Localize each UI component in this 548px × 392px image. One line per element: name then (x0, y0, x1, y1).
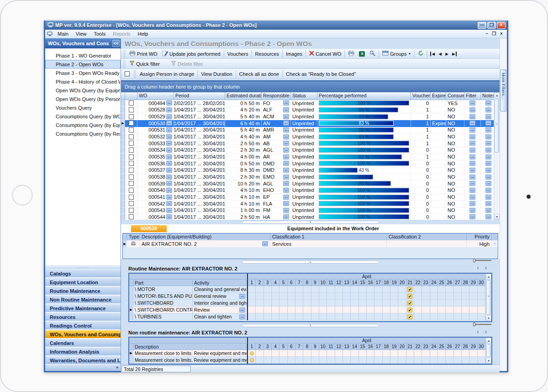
column-header[interactable]: Filter (464, 92, 481, 100)
calendar-row[interactable]: ▶Measurement close to limits. Review equ… (129, 350, 485, 357)
day-cell[interactable] (438, 357, 446, 364)
day-cell[interactable] (343, 313, 351, 320)
day-cell[interactable] (335, 293, 343, 300)
ellipsis-button[interactable]: ... (283, 101, 289, 106)
day-cell[interactable] (438, 313, 446, 320)
menu-reports[interactable]: Reports (109, 30, 134, 38)
table-row[interactable]: 000532...01/04/2017 ... 30/04/20174 h 40… (121, 133, 494, 140)
day-cell[interactable] (469, 300, 477, 307)
ellipsis-button[interactable]: ... (283, 154, 289, 159)
calendar-row[interactable]: \ SWITCHBOARDInterior cleaning and tight… (129, 300, 485, 307)
ellipsis-button[interactable]: ... (469, 195, 475, 200)
ellipsis-button[interactable]: ... (166, 134, 172, 139)
day-cell[interactable] (264, 350, 272, 357)
day-header[interactable]: 28 (462, 280, 469, 286)
ellipsis-button[interactable]: ... (469, 114, 475, 119)
ellipsis-button[interactable]: ... (485, 214, 491, 219)
day-header[interactable]: 2 (256, 344, 263, 350)
day-cell[interactable] (295, 307, 303, 313)
day-cell[interactable] (383, 286, 390, 293)
day-cell[interactable]: ✔ (406, 293, 414, 300)
child-minimize-button[interactable]: – (483, 30, 490, 37)
day-cell[interactable] (288, 357, 295, 364)
nonroutine-scrollbar[interactable]: ▲ ▼ (485, 338, 491, 364)
day-cell[interactable] (351, 300, 358, 307)
assign-person-button[interactable]: Assign Person in charge (137, 69, 196, 79)
ellipsis-button[interactable]: ... (469, 161, 475, 166)
ellipsis-button[interactable]: ... (283, 181, 289, 186)
ellipsis-button[interactable]: ... (283, 134, 289, 139)
group-by-bar[interactable]: Drag a column header here to group by th… (121, 81, 500, 92)
row-checkbox[interactable] (129, 107, 134, 112)
day-header[interactable]: 29 (469, 344, 477, 350)
sidebar-section[interactable]: Predictive Maintenance (45, 304, 121, 313)
day-header[interactable]: 20 (398, 280, 406, 286)
day-cell[interactable] (311, 293, 319, 300)
day-header[interactable]: 8 (303, 344, 311, 350)
table-row[interactable]: 000539...01/04/2017 ... 30/04/201710 h 2… (121, 180, 494, 187)
day-cell[interactable] (383, 300, 390, 307)
ellipsis-button[interactable]: ... (485, 134, 491, 139)
ellipsis-button[interactable]: ... (166, 201, 172, 206)
ellipsis-button[interactable]: ... (485, 114, 491, 119)
quick-filter-button[interactable]: Quick filter (127, 59, 162, 69)
day-cell[interactable] (359, 286, 367, 293)
table-row[interactable]: 000541...01/04/2017 ... 30/04/20174 h 10… (121, 194, 494, 201)
day-cell[interactable] (446, 350, 453, 357)
day-cell[interactable] (422, 300, 430, 307)
day-cell[interactable] (319, 313, 327, 320)
table-row[interactable]: 000529...01/04/2017 ... 30/04/20175 h 40… (121, 113, 494, 120)
day-cell[interactable] (343, 293, 351, 300)
search-button[interactable] (367, 49, 378, 58)
splitter[interactable]: ▴ (121, 259, 500, 265)
calendar-row[interactable]: \ TURBINESClean and tighten...✔ (129, 313, 485, 320)
day-header[interactable]: 17 (374, 280, 382, 286)
day-header[interactable]: 2 (256, 280, 263, 286)
calendar-row[interactable]: ▶\ SWITCHBOARD\ CONTROL COMReview...✔ (129, 307, 485, 313)
column-header[interactable]: Status (291, 92, 317, 100)
sidebar-item[interactable]: Open WOs Query (by Equipment) (45, 86, 121, 95)
day-cell[interactable] (367, 357, 374, 364)
ellipsis-button[interactable]: ... (469, 107, 475, 112)
day-cell[interactable] (430, 313, 438, 320)
groups-button[interactable]: Groups ▼ (380, 49, 413, 58)
day-cell[interactable] (343, 307, 351, 313)
ellipsis-button[interactable]: ... (239, 314, 245, 319)
day-cell[interactable] (343, 350, 351, 357)
day-cell[interactable] (438, 307, 446, 313)
export-print-button[interactable] (346, 49, 357, 58)
ellipsis-button[interactable]: ... (166, 195, 172, 200)
day-cell[interactable] (454, 350, 462, 357)
sidebar-item[interactable]: Phase 1 - WO Generator (45, 51, 121, 60)
ellipsis-button[interactable]: ... (166, 101, 172, 106)
day-header[interactable]: 15 (359, 344, 367, 350)
day-cell[interactable] (383, 313, 390, 320)
ellipsis-button[interactable]: ... (485, 201, 491, 206)
ellipsis-button[interactable]: ... (485, 208, 491, 213)
calendar-row[interactable]: \ MOTORCleaning and general evalu...✔ (129, 286, 485, 293)
col-classification-1[interactable]: Classification 1 (270, 233, 387, 240)
day-cell[interactable] (422, 313, 430, 320)
nav-last-button[interactable]: ▶ (450, 52, 458, 56)
day-cell[interactable] (367, 350, 374, 357)
day-cell[interactable] (406, 357, 414, 364)
day-cell[interactable] (256, 307, 263, 313)
day-cell[interactable] (398, 307, 406, 313)
day-cell[interactable] (295, 300, 303, 307)
day-cell[interactable] (390, 300, 398, 307)
calendar-row[interactable]: Measurement close to limits. Review equi… (129, 357, 485, 364)
sidebar-item[interactable]: Phase 4 - History of Closed WOs (45, 77, 121, 86)
day-cell[interactable] (295, 350, 303, 357)
day-cell[interactable] (374, 357, 382, 364)
ellipsis-button[interactable]: ... (485, 181, 491, 186)
day-cell[interactable] (422, 286, 430, 293)
day-cell[interactable] (264, 300, 272, 307)
menu-view[interactable]: View (72, 30, 90, 38)
day-cell[interactable] (446, 307, 453, 313)
day-cell[interactable] (248, 300, 256, 307)
day-header[interactable]: 22 (414, 280, 422, 286)
day-cell[interactable] (462, 357, 469, 364)
ellipsis-button[interactable]: ... (283, 148, 289, 153)
column-header[interactable]: Estimated duration (225, 92, 262, 100)
scroll-up-icon[interactable]: ▲ (486, 274, 491, 280)
